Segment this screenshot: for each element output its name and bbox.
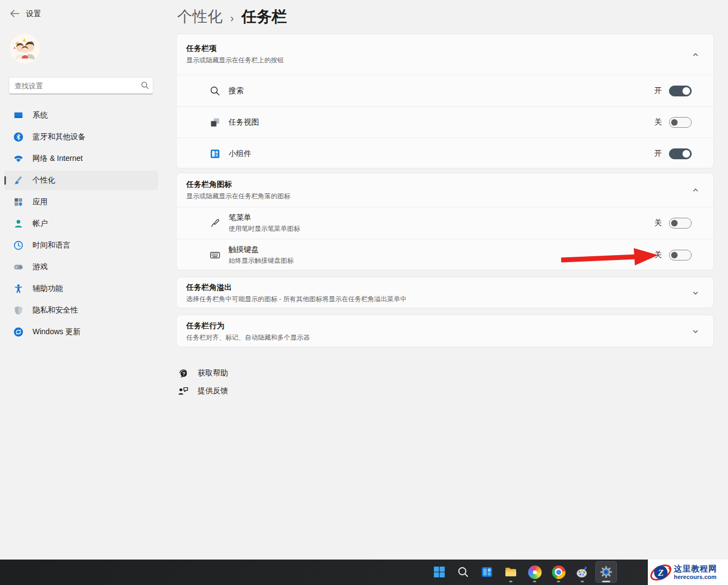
widgets-icon — [209, 148, 221, 160]
gear-icon — [599, 565, 613, 579]
taskbar-widgets-button[interactable] — [476, 561, 498, 583]
send-feedback-link[interactable]: 提供反馈 — [177, 382, 228, 400]
sidebar-item-network[interactable]: 网络 & Internet — [4, 149, 158, 168]
paint-button[interactable] — [571, 561, 593, 583]
personalization-icon — [13, 175, 24, 186]
sidebar-item-windows-update[interactable]: Windows 更新 — [4, 322, 158, 342]
card-taskbar-behaviors[interactable]: 任务栏行为 任务栏对齐、标记、自动隐藏和多个显示器 — [176, 315, 714, 347]
breadcrumb: 个性化 › 任务栏 — [177, 6, 287, 27]
card-corner-icons-header[interactable]: 任务栏角图标 显示或隐藏显示在任务栏角落的图标 — [177, 173, 713, 207]
active-indicator — [602, 581, 610, 582]
pen-menu-toggle[interactable] — [669, 218, 692, 229]
folder-icon — [504, 565, 518, 579]
page-title: 任务栏 — [242, 6, 287, 27]
search-icon[interactable] — [141, 81, 149, 89]
row-search: 搜索 开 — [177, 75, 713, 106]
running-indicator — [581, 581, 584, 582]
card-title: 任务栏项 — [186, 44, 692, 54]
search-input[interactable] — [9, 77, 153, 94]
chevron-up-icon[interactable] — [692, 186, 699, 194]
toggle-knob — [671, 252, 678, 258]
sidebar-item-label: 网络 & Internet — [32, 154, 83, 164]
card-corner-overflow[interactable]: 任务栏角溢出 选择任务栏角中可能显示的图标 - 所有其他图标将显示在任务栏角溢出… — [176, 277, 714, 308]
bluetooth-icon — [13, 132, 24, 142]
taskbar — [0, 560, 728, 585]
gaming-icon — [13, 262, 24, 272]
chevron-up-icon[interactable] — [692, 51, 699, 58]
card-taskbar-items-header[interactable]: 任务栏项 显示或隐藏显示在任务栏上的按钮 — [177, 34, 713, 75]
taskbar-search-icon — [456, 565, 470, 579]
sidebar-item-accounts[interactable]: 帐户 — [4, 214, 158, 233]
breadcrumb-parent[interactable]: 个性化 — [177, 6, 223, 27]
sidebar-item-label: 隐私和安全性 — [32, 306, 78, 315]
sidebar-item-label: 帐户 — [32, 219, 48, 229]
avatar-image — [10, 34, 40, 64]
settings-button[interactable] — [595, 561, 617, 583]
sidebar-item-label: 应用 — [32, 197, 48, 207]
row-description: 使用笔时显示笔菜单图标 — [229, 224, 300, 233]
toggle-state-label: 关 — [654, 218, 662, 228]
sidebar-item-personalization[interactable]: 个性化 — [4, 171, 158, 190]
chevron-down-icon[interactable] — [692, 289, 699, 297]
avatar[interactable] — [10, 34, 40, 64]
accessibility-icon — [13, 283, 24, 294]
row-label: 笔菜单 — [229, 213, 300, 223]
back-button[interactable] — [8, 8, 22, 20]
network-icon — [13, 153, 24, 164]
file-explorer-button[interactable] — [500, 561, 522, 583]
toggle-knob — [671, 119, 678, 126]
row-label: 触摸键盘 — [229, 245, 294, 255]
sidebar-item-bluetooth-devices[interactable]: 蓝牙和其他设备 — [4, 127, 158, 147]
sidebar-item-accessibility[interactable]: 辅助功能 — [4, 279, 158, 298]
get-help-link[interactable]: ? 获取帮助 — [177, 364, 228, 382]
card-subtitle: 显示或隐藏显示在任务栏角落的图标 — [186, 192, 692, 201]
touch-keyboard-icon — [209, 249, 221, 261]
row-pen-menu: 笔菜单 使用笔时显示笔菜单图标 关 — [177, 207, 713, 239]
windows-start-icon — [432, 565, 446, 579]
main-content: 个性化 › 任务栏 任务栏项 显示或隐藏显示在任务栏上的按钮 搜索 开 — [176, 0, 715, 558]
color-wheel-icon — [528, 566, 542, 579]
touch-keyboard-toggle[interactable] — [669, 250, 692, 261]
pen-icon — [209, 217, 221, 229]
help-icon: ? — [177, 367, 189, 379]
sidebar-item-label: 蓝牙和其他设备 — [32, 132, 86, 142]
send-feedback-label: 提供反馈 — [198, 386, 228, 396]
task-view-toggle[interactable] — [669, 117, 692, 128]
breadcrumb-separator: › — [230, 12, 234, 24]
taskbar-search-button[interactable] — [452, 561, 474, 583]
running-indicator — [533, 581, 536, 582]
widgets-toggle[interactable] — [669, 148, 692, 159]
task-view-icon — [209, 116, 221, 128]
settings-search — [9, 77, 153, 94]
toggle-knob — [682, 87, 690, 95]
search-toggle[interactable] — [669, 86, 692, 96]
watermark-site-name: 这里教程网 — [674, 564, 717, 574]
sidebar-item-gaming[interactable]: 游戏 — [4, 257, 158, 277]
toggle-knob — [671, 220, 678, 226]
sidebar-item-label: 辅助功能 — [32, 284, 63, 294]
get-help-label: 获取帮助 — [198, 368, 228, 378]
apps-icon — [13, 197, 24, 207]
sidebar-item-system[interactable]: 系统 — [4, 106, 158, 125]
running-indicator — [557, 581, 560, 582]
feedback-icon — [177, 385, 189, 397]
toggle-state-label: 关 — [654, 118, 662, 127]
color-wheel-app-button[interactable] — [524, 561, 545, 583]
sidebar-item-apps[interactable]: 应用 — [4, 192, 158, 212]
search-icon — [209, 85, 221, 97]
sidebar-nav: 系统 蓝牙和其他设备 网络 & Internet 个性化 应用 帐户 时间和语言 — [4, 106, 158, 344]
start-button[interactable] — [428, 561, 450, 583]
svg-text:Z: Z — [658, 568, 664, 578]
sidebar-item-label: 系统 — [32, 110, 48, 120]
window-title: 设置 — [26, 9, 41, 19]
chrome-button[interactable] — [548, 561, 569, 583]
sidebar-item-time-language[interactable]: 时间和语言 — [4, 236, 158, 255]
sidebar-item-privacy-security[interactable]: 隐私和安全性 — [4, 301, 158, 320]
card-title: 任务栏行为 — [186, 321, 692, 331]
row-task-view: 任务视图 关 — [177, 106, 713, 138]
sidebar-item-label: 时间和语言 — [32, 240, 70, 250]
row-label: 小组件 — [229, 149, 251, 159]
watermark-site-domain: herecours.com — [674, 574, 717, 580]
chevron-down-icon[interactable] — [692, 328, 699, 335]
card-title: 任务栏角图标 — [186, 180, 692, 190]
